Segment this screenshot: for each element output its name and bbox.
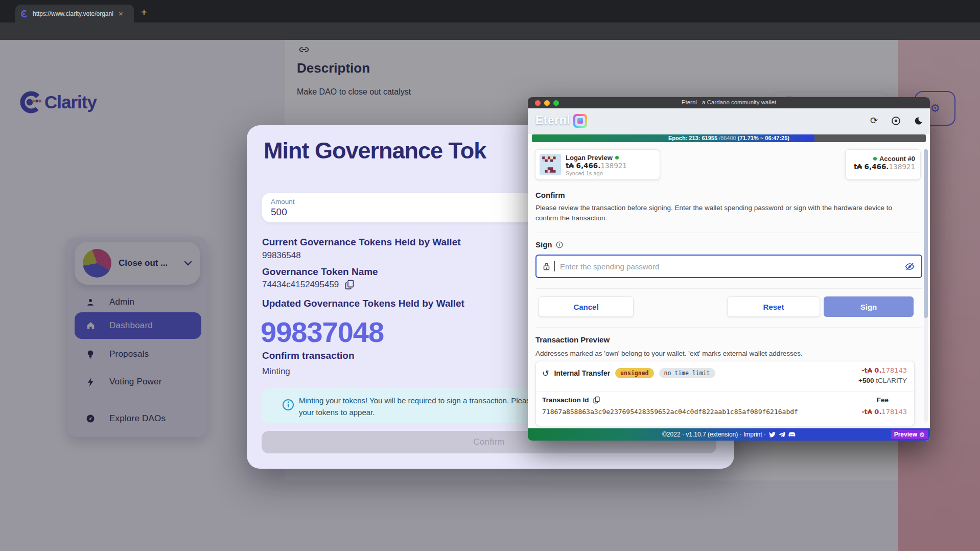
epoch-text: Epoch: 213: 61955 /86400 (71.71% ~ 06:47…	[532, 134, 926, 142]
updated-tokens-label: Updated Governance Tokens Held by Wallet	[262, 298, 464, 309]
synced-status: Synced 1s ago	[566, 170, 627, 176]
spending-password-input[interactable]	[559, 262, 900, 271]
transfer-row: ↺ Internal Transfer unsigned no time lim…	[542, 368, 715, 378]
copy-icon[interactable]	[593, 396, 600, 404]
eternl-wallet-window: Eternl - a Cardano community wallet Eter…	[528, 97, 930, 441]
divider	[535, 233, 922, 233]
history-icon: ↺	[542, 369, 549, 378]
password-field[interactable]	[535, 255, 922, 278]
epoch-progress-bar: Epoch: 213: 61955 /86400 (71.71% ~ 06:47…	[532, 134, 926, 142]
updated-tokens-value: 99837048	[261, 315, 384, 349]
footer-text: ©2022 · v1.10.7 (extension) · Imprint ·	[662, 431, 766, 438]
account-dot	[873, 157, 877, 160]
current-tokens-label: Current Governance Tokens Held by Wallet	[262, 237, 461, 248]
online-dot	[615, 156, 619, 159]
sign-section-label: Sign	[535, 240, 563, 249]
tab-favicon-clarity-icon	[20, 10, 29, 18]
new-tab-button[interactable]: +	[141, 7, 147, 17]
txid-label-row: Transaction Id	[542, 396, 600, 404]
account-name: Account #0	[879, 155, 915, 163]
dark-mode-moon-icon[interactable]	[914, 117, 923, 125]
eye-icon[interactable]	[891, 116, 901, 126]
twitter-icon[interactable]	[769, 432, 776, 438]
active-wallet-card[interactable]: Logan Preview t₳ 6,466.138921 Synced 1s …	[535, 149, 660, 180]
info-icon	[282, 399, 294, 411]
browser-tab-bar: https://www.clarity.vote/organi × +	[0, 0, 980, 22]
transaction-id-value: 71867a858863a3c9e237695428359652ac04c0df…	[542, 408, 798, 416]
transfer-amount-negative: -t₳ 0.178143	[861, 366, 907, 374]
card-divider	[536, 391, 914, 392]
scrollbar-thumb[interactable]	[924, 149, 928, 318]
shield-check-icon	[919, 432, 925, 438]
telegram-icon[interactable]	[779, 432, 785, 438]
eternl-logo-icon	[573, 114, 587, 128]
transfer-amount-positive: +500 tCLARITY	[858, 377, 907, 384]
address-note: Addresses marked as 'own' belong to your…	[535, 349, 916, 359]
wallet-pixel-avatar	[540, 154, 561, 175]
no-time-limit-badge: no time limit	[659, 368, 715, 378]
fee-label: Fee	[877, 396, 889, 404]
info-alert-text: Minting your tokens! You will be require…	[299, 395, 558, 418]
eye-off-icon[interactable]	[904, 262, 915, 271]
transaction-preview-card: ↺ Internal Transfer unsigned no time lim…	[535, 361, 915, 426]
tab-title: https://www.clarity.vote/organi	[33, 10, 114, 17]
transaction-preview-heading: Transaction Preview	[535, 335, 610, 344]
wallet-window-title: Eternl - a Cardano community wallet	[528, 99, 930, 105]
eternl-brand: Eternl	[535, 113, 570, 127]
wallet-titlebar[interactable]: Eternl - a Cardano community wallet	[528, 97, 930, 108]
modal-title: Mint Governance Tok	[264, 137, 486, 164]
token-name-label: Governance Token Name	[262, 266, 378, 278]
wallet-header: Eternl ⟳	[528, 108, 930, 134]
lock-icon	[543, 262, 550, 271]
confirm-heading: Confirm	[535, 191, 565, 199]
preview-badge: Preview	[891, 430, 928, 439]
wallet-footer: ©2022 · v1.10.7 (extension) · Imprint · …	[528, 428, 930, 441]
browser-tab[interactable]: https://www.clarity.vote/organi ×	[15, 5, 134, 22]
divider	[535, 327, 922, 328]
transfer-label: Internal Transfer	[554, 369, 610, 377]
amount-input[interactable]	[271, 206, 424, 218]
current-tokens-value: 99836548	[262, 250, 301, 261]
copy-icon[interactable]	[345, 280, 354, 290]
active-wallet-name: Logan Preview	[566, 154, 613, 162]
sign-info-icon[interactable]	[556, 241, 563, 248]
browser-toolbar: ← → ↻ clarity.vote/organizations/-NWJSsH…	[0, 22, 980, 40]
token-name-value-row: 74434c4152495459	[262, 280, 354, 290]
confirm-transaction-label: Confirm transaction	[262, 350, 355, 361]
sign-button[interactable]: Sign	[824, 296, 914, 317]
minting-status: Minting	[262, 366, 290, 377]
fee-value: -t₳ 0.178143	[861, 408, 907, 416]
text-caret	[554, 261, 555, 271]
reset-button[interactable]: Reset	[727, 296, 820, 317]
discord-icon[interactable]	[788, 432, 796, 438]
confirm-body-text: Please review the transaction before sig…	[535, 203, 916, 223]
account-card[interactable]: Account #0 t₳ 6,466.138921	[845, 149, 921, 180]
cancel-button[interactable]: Cancel	[539, 296, 634, 317]
token-name-value: 74434c4152495459	[262, 280, 339, 290]
unsigned-badge: unsigned	[615, 368, 654, 378]
sync-icon[interactable]: ⟳	[870, 115, 878, 126]
tab-close-icon[interactable]: ×	[119, 9, 123, 18]
divider	[535, 288, 922, 289]
